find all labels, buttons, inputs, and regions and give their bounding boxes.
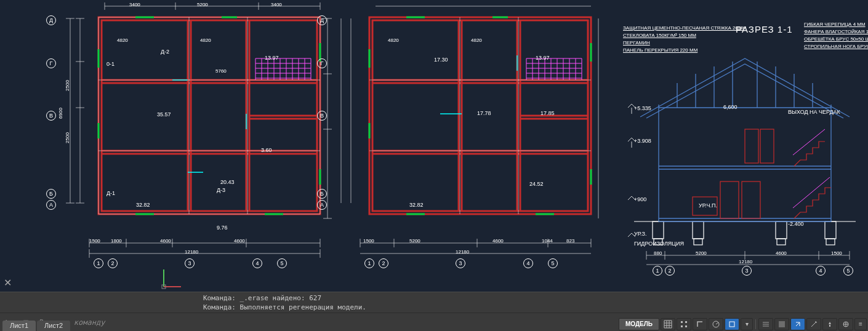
svg-rect-23 [729, 322, 734, 327]
grid-bubble: 3 [185, 258, 195, 268]
annotation-visibility-icon[interactable] [822, 318, 837, 330]
grid-bubble: 1 [653, 266, 662, 276]
svg-rect-25 [829, 325, 830, 327]
svg-rect-7 [694, 239, 702, 245]
grid-bubble: В [317, 111, 327, 121]
svg-rect-18 [681, 321, 683, 323]
snap-toggle-icon[interactable] [677, 318, 691, 330]
grid-bubble: 2 [108, 258, 118, 268]
separator [755, 319, 756, 329]
ucs-icon [160, 266, 185, 293]
grid-bubble: 2 [379, 258, 388, 268]
grid-bubble: А [317, 200, 327, 210]
grid-bubble: Г [317, 58, 327, 68]
grid-toggle-icon[interactable] [661, 318, 675, 330]
grid-bubble: Г [46, 58, 56, 68]
svg-rect-21 [685, 325, 687, 327]
grid-bubble: 4 [816, 266, 826, 276]
ortho-toggle-icon[interactable] [693, 318, 707, 330]
grid-bubble: 3 [456, 258, 465, 268]
grid-bubble: А [46, 200, 56, 210]
grid-bubble: 2 [665, 266, 675, 276]
svg-rect-5 [654, 239, 662, 245]
lineweight-toggle-icon[interactable] [758, 318, 773, 330]
grid-bubble: 4 [523, 258, 533, 268]
svg-rect-13 [742, 181, 760, 218]
svg-rect-12 [720, 181, 739, 218]
svg-rect-14 [745, 129, 758, 163]
svg-rect-20 [681, 325, 683, 327]
polar-toggle-icon[interactable] [709, 318, 723, 330]
grid-bubble: 3 [742, 266, 752, 276]
svg-rect-16 [693, 197, 717, 215]
annotation-scale-icon[interactable] [806, 318, 821, 330]
grid-bubble: 1 [94, 258, 103, 268]
command-history-line: Команда: _.erase найдено: 627 [203, 293, 861, 303]
svg-rect-24 [779, 321, 785, 327]
layout-tabs: Лист1 Лист2 [2, 317, 70, 331]
grid-bubble: 5 [843, 266, 853, 276]
grid-bubble: 1 [364, 258, 374, 268]
layout-tab[interactable]: Лист1 [2, 321, 36, 331]
model-space-canvas[interactable] [0, 0, 868, 331]
grid-bubble: Д [317, 15, 327, 25]
grid-bubble: 4 [252, 258, 262, 268]
status-bar: МОДЕЛЬ ▾ ≡ [619, 317, 867, 331]
osnap-toggle-icon[interactable] [725, 318, 739, 330]
svg-rect-19 [685, 321, 687, 323]
command-history-line: Команда: Выполняется регенерация модели. [203, 303, 861, 312]
svg-rect-6 [693, 221, 704, 239]
workspace-switch-icon[interactable] [838, 318, 853, 330]
model-paper-toggle[interactable]: МОДЕЛЬ [619, 318, 659, 330]
svg-rect-10 [825, 221, 836, 239]
grid-bubble: 5 [548, 258, 558, 268]
drawing-svg [0, 0, 868, 331]
customize-icon[interactable]: ≡ [854, 318, 867, 330]
svg-rect-11 [826, 239, 835, 245]
grid-bubble: Б [317, 189, 327, 199]
layout-tab[interactable]: Лист2 [37, 321, 70, 331]
osnap-menu-icon[interactable]: ▾ [741, 318, 753, 330]
close-icon[interactable]: ✕ [4, 278, 12, 288]
command-history: Команда: _.erase найдено: 627 Команда: В… [0, 292, 868, 313]
grid-bubble: 5 [277, 258, 287, 268]
svg-rect-15 [760, 129, 774, 163]
svg-rect-9 [777, 239, 786, 245]
grid-bubble: Д [46, 15, 56, 25]
grid-bubble: Б [46, 189, 56, 199]
svg-rect-8 [776, 221, 787, 239]
transparency-toggle-icon[interactable] [774, 318, 789, 330]
grid-bubble: В [46, 111, 56, 121]
selection-cycling-icon[interactable] [790, 318, 805, 330]
svg-rect-4 [653, 221, 664, 239]
